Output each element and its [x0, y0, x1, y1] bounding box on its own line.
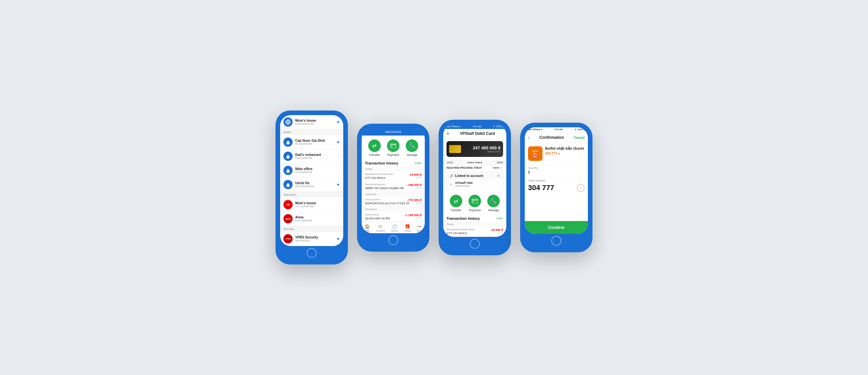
nav-transfers[interactable]: ⇄ Transfers	[375, 224, 385, 232]
merchant-details: Buffet nhật bản iSushi 304 777 ●	[545, 146, 584, 155]
star-1[interactable]: ★	[336, 140, 340, 144]
tx-history-title: Transaction history	[365, 161, 398, 165]
bill-icon-water3	[283, 166, 292, 175]
bill-info-4: Uncle Ho 0011004304520	[295, 181, 334, 188]
confirm-button[interactable]: Confirm	[525, 221, 588, 234]
merchant-logo: iSushi 🍣	[528, 146, 542, 161]
star-6[interactable]: ☆	[336, 217, 340, 221]
phone-1: Mom's house EVN123456789 ★ Water Cap Nuo…	[276, 111, 348, 264]
linked-account-item: 👁 VPStaff VND 4852341052	[447, 180, 503, 189]
tx-category-3: Miscellaneous Retail Stores	[446, 228, 475, 232]
phone3-screen: ●●● VPBank ▾ 9:41 AM ✦ 100% ▮ × VPStaff …	[443, 124, 506, 237]
list-item[interactable]: VTC Mom's house VTC123456789 ☆	[280, 198, 343, 212]
list-item[interactable]: Cap Nuoc Gia Dinh PD123456789 ★	[280, 135, 343, 149]
transfer-action-3[interactable]: ⇄ Transfer	[450, 195, 462, 212]
chevron-up-icon[interactable]: ∧	[497, 173, 500, 178]
eye-icon: 👁	[450, 182, 453, 186]
bill-icon-water2	[283, 152, 292, 161]
cancel-button[interactable]: Cancel	[574, 136, 585, 140]
phone-3: ●●● VPBank ▾ 9:41 AM ✦ 100% ▮ × VPStaff …	[439, 120, 511, 255]
quantity-value: 1	[528, 170, 585, 174]
confirmation-header: ‹ Confirmation Cancel	[525, 132, 588, 143]
payment-action-3[interactable]: Payment	[468, 195, 481, 212]
linked-header: 🔗 Linked to account ∧	[447, 172, 503, 180]
total-label: Total amount	[528, 179, 585, 182]
home-icon: 🏠	[365, 224, 370, 229]
tx-category: Miscellaneous Retail Stores	[365, 173, 393, 176]
table-row[interactable]: Eating Places -1 199 000 đ QUAN ANH VA E…	[362, 212, 425, 222]
bill-info-5: Mom's house VTC123456789	[295, 201, 334, 208]
section-security: Security	[280, 226, 343, 232]
transfer-action[interactable]: ⇄ Transfer	[368, 140, 381, 156]
tx-history-title-3: Transaction history	[446, 217, 480, 221]
home-button-2[interactable]	[388, 235, 398, 245]
list-item[interactable]: Main office PD123456789 ☆	[280, 164, 343, 178]
manage-action[interactable]: 🔧 Manage	[406, 140, 418, 156]
phone2-screen: 4852341052 ⇄ Transfer Payment 🔧 Manage	[362, 128, 425, 233]
account-number-header: 4852341052	[362, 128, 425, 136]
star-4[interactable]: ★	[336, 182, 340, 187]
table-row[interactable]: Grocery Stores -773 300 đ I01HCMCC51LAU …	[362, 197, 425, 207]
phone-4: ●●● VPBank ▾ 9:41 AM ✦ 100% ▮ ‹ Confirma…	[520, 123, 592, 252]
card-title: VPStaff Debit Card	[452, 131, 503, 136]
filter-button[interactable]: Filter	[415, 162, 422, 165]
home-button-4[interactable]	[551, 236, 561, 246]
bill-main-info: Mom's house EVN123456789	[295, 119, 334, 125]
bill-info-7: VPBS Security 4852341052	[295, 235, 334, 242]
action-buttons-3: ⇄ Transfer Payment 🔧 Manage	[443, 191, 506, 214]
tx-name: I01HCMCC51LAU CUU CTQ3 10	[365, 202, 409, 205]
list-item[interactable]: Uncle Ho 0011004304520 ★	[280, 178, 343, 192]
phones-container: Mom's house EVN123456789 ★ Water Cap Nuo…	[276, 111, 592, 264]
star-2[interactable]: ☆	[336, 154, 340, 158]
star-5[interactable]: ☆	[336, 202, 340, 207]
tx-history-header-3: Transaction history Filter	[443, 214, 506, 222]
nav-loyalty[interactable]: 🎁 Loyalty	[404, 224, 411, 232]
bill-icon-security1: VPBS	[283, 234, 292, 243]
nav-main[interactable]: 🏠 Main	[365, 224, 370, 232]
card-visual: 247 485 000 đ Expire 10/22	[446, 141, 503, 157]
more-icon: •••	[417, 224, 422, 229]
star-7[interactable]: ★	[336, 236, 340, 241]
star-filled-main[interactable]: ★	[336, 120, 340, 124]
payment-icon-3	[468, 195, 481, 207]
list-item[interactable]: AVG Anna PD123456789 ☆	[280, 212, 343, 226]
quantity-label: Quantity	[528, 167, 585, 169]
filter-button-3[interactable]: Filter	[496, 217, 503, 220]
svg-rect-6	[391, 146, 392, 147]
table-row[interactable]: Taxicabs/limousines -196 000 đ UBER VN J…	[362, 181, 425, 192]
table-row[interactable]: Miscellaneous Retail Stores -19 600 đ CT…	[443, 227, 506, 237]
tx-time-3: 14:26	[497, 232, 503, 235]
bill-icon-main	[283, 117, 292, 127]
close-button[interactable]: ×	[446, 131, 449, 136]
nav-history[interactable]: 🕐 History	[391, 224, 398, 232]
back-button[interactable]: ‹	[528, 135, 530, 140]
card-num-right: 4889	[496, 161, 503, 164]
tx-amount: -1 199 000 đ	[405, 213, 422, 217]
list-item[interactable]: VPBS VPBS Security 4852341052 ★	[280, 232, 343, 246]
bill-info-6: Anna PD123456789	[295, 215, 334, 222]
card-number-row: 1945 ●●●● ●●●● 4889	[443, 160, 506, 166]
card-amount: 247 485 000 đ	[463, 145, 500, 150]
card-header: × VPStaff Debit Card	[443, 129, 506, 139]
total-value: 304 777	[528, 183, 554, 192]
spacer	[525, 195, 588, 221]
nav-more[interactable]: ••• More	[416, 224, 422, 232]
table-row[interactable]: Miscellaneous Retail Stores -19 600 đ CT…	[362, 171, 425, 181]
section-water: Water	[280, 129, 343, 135]
card-num-left: 1945	[446, 161, 453, 164]
quantity-row: Quantity 1	[525, 165, 588, 176]
home-button-3[interactable]	[470, 239, 480, 249]
manage-action-3[interactable]: 🔧 Manage	[487, 195, 500, 212]
add-icon[interactable]: +	[577, 184, 585, 192]
home-button-1[interactable]	[307, 248, 317, 258]
date-old: 25/7/2018	[362, 207, 425, 212]
payment-action[interactable]: Payment	[387, 140, 400, 156]
list-item[interactable]: Dad's restaurant PD123456789 ☆	[280, 149, 343, 164]
star-3[interactable]: ☆	[336, 168, 340, 173]
tx-time: 14:26	[415, 186, 422, 190]
card-amount-block: 247 485 000 đ Expire 10/22	[463, 145, 500, 153]
svg-rect-7	[472, 199, 478, 203]
merchant-name: Buffet nhật bản iSushi	[545, 146, 584, 151]
bill-item-header[interactable]: Mom's house EVN123456789 ★	[280, 115, 343, 129]
phone-2: 4852341052 ⇄ Transfer Payment 🔧 Manage	[357, 124, 429, 252]
